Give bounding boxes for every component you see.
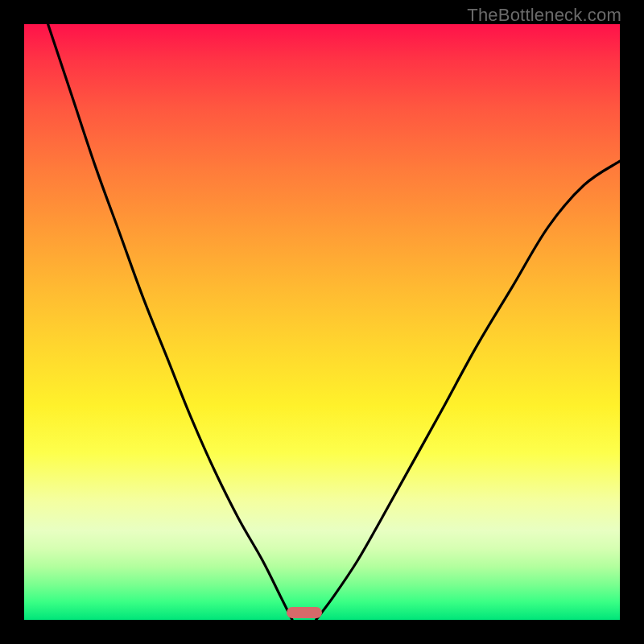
optimal-point-marker: [287, 607, 322, 618]
chart-frame: TheBottleneck.com: [0, 0, 644, 644]
plot-area: [24, 24, 620, 620]
curve-left-branch: [48, 24, 292, 620]
watermark-text: TheBottleneck.com: [467, 5, 621, 26]
bottleneck-curve: [24, 24, 620, 620]
curve-right-branch: [316, 161, 620, 620]
